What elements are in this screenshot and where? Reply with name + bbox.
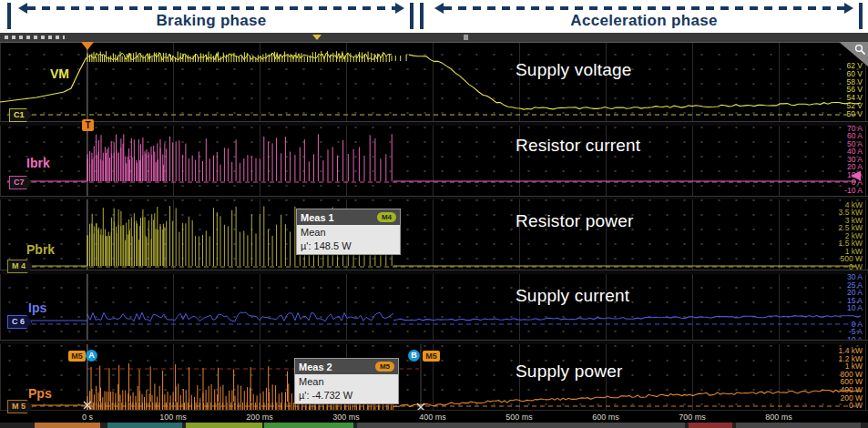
time-label: 500 ms: [505, 413, 533, 422]
time-label: 0 s: [82, 413, 93, 422]
annotation-resistor-current: Resistor current: [516, 136, 640, 156]
meas1-title: Meas 1: [301, 212, 334, 223]
trace-label-pps: Pps: [28, 386, 52, 401]
trace-ips: [87, 312, 393, 321]
bottom-badge-fragment: [35, 423, 100, 428]
row-separator: [0, 196, 868, 199]
trace-vm: [409, 55, 861, 109]
minimap-ticks: [5, 36, 65, 39]
waveform-layer: [0, 33, 868, 428]
row-separator: [0, 121, 868, 126]
trace-label-pbrk: Pbrk: [26, 242, 55, 257]
acceleration-arrow: [434, 5, 853, 12]
trace-ips: [393, 316, 861, 321]
bottom-badge-fragment: [689, 423, 732, 428]
meas1-source-badge: M4: [377, 212, 396, 222]
oscilloscope-screenshot: Braking phase Acceleration phase 62 V60 …: [0, 0, 868, 428]
banner-end-bar: [420, 3, 424, 29]
meas2-value: µ': -4.732 W: [299, 389, 394, 403]
trace-label-ips: Ips: [28, 301, 46, 315]
braking-phase-label: Braking phase: [18, 12, 404, 30]
channel-position-arrow-icon: [851, 171, 861, 181]
meas2-stat: Mean: [299, 375, 394, 389]
time-label: 200 ms: [246, 413, 273, 422]
bottom-badge-fragment: [264, 423, 353, 428]
annotation-supply-power: Supply power: [516, 362, 623, 382]
cursor-a-marker[interactable]: A: [86, 350, 97, 362]
meas2-source-badge: M5: [375, 362, 394, 372]
trace-ibrk: [87, 134, 392, 181]
bottom-badge-fragment: [186, 423, 262, 428]
bottom-badge-fragment: [107, 423, 182, 428]
banner-end-bar: [7, 3, 11, 29]
banner-end-bar: [859, 3, 863, 29]
trace-label-vm: VM: [50, 66, 69, 81]
bottom-badge-fragment: [736, 423, 861, 428]
time-label: 300 ms: [332, 413, 360, 422]
dashed-line: [444, 6, 844, 10]
dashed-line: [27, 6, 395, 10]
horizontal-minimap-bar[interactable]: [0, 33, 868, 43]
meas2-panel[interactable]: Meas 2 M5 Mean µ': -4.732 W: [294, 358, 399, 404]
braking-arrow: [18, 5, 404, 12]
time-label: 100 ms: [159, 413, 187, 422]
scope-display: 62 V60 V58 V56 V54 V52 V50 V70 A60 A50 A…: [0, 33, 868, 428]
time-label: 400 ms: [419, 413, 446, 422]
minimap-marker: [464, 35, 468, 40]
row-separator: [0, 270, 868, 274]
bottom-badge-fragment: [357, 423, 685, 428]
magnifier-icon: [854, 44, 866, 56]
meas2-title: Meas 2: [299, 362, 332, 372]
bottom-badge-bar: [0, 423, 868, 428]
annotation-resistor-power: Resistor power: [516, 211, 634, 231]
meas1-stat: Mean: [301, 226, 396, 239]
time-label: 700 ms: [679, 413, 706, 422]
trace-vm: [0, 57, 87, 102]
phase-banner: Braking phase Acceleration phase: [0, 0, 868, 33]
cursor-b-marker[interactable]: B: [408, 350, 420, 362]
annotation-supply-current: Supply current: [516, 286, 629, 306]
acceleration-phase-label: Acceleration phase: [434, 12, 853, 30]
trace-vm: [392, 55, 406, 61]
time-label: 800 ms: [765, 413, 792, 422]
trace-label-ibrk: Ibrk: [26, 156, 50, 170]
row-separator: [0, 340, 868, 344]
gate-badge-m5-right[interactable]: M5: [423, 351, 440, 362]
time-label: 600 ms: [592, 413, 619, 422]
banner-end-bar: [410, 3, 414, 29]
trace-vm: [87, 51, 389, 62]
trigger-position-icon[interactable]: [81, 42, 94, 50]
gate-badge-m5-left[interactable]: M5: [68, 351, 86, 362]
trigger-badge[interactable]: T: [82, 119, 94, 131]
time-axis: 0 s100 ms200 ms300 ms400 ms500 ms600 ms7…: [0, 410, 868, 423]
annotation-supply-voltage: Supply voltage: [516, 60, 631, 80]
meas1-panel[interactable]: Meas 1 M4 Mean µ': 148.5 W: [296, 209, 401, 255]
h-position-icon[interactable]: [312, 35, 322, 40]
trace-pps: [393, 390, 861, 406]
meas1-value: µ': 148.5 W: [301, 239, 396, 253]
